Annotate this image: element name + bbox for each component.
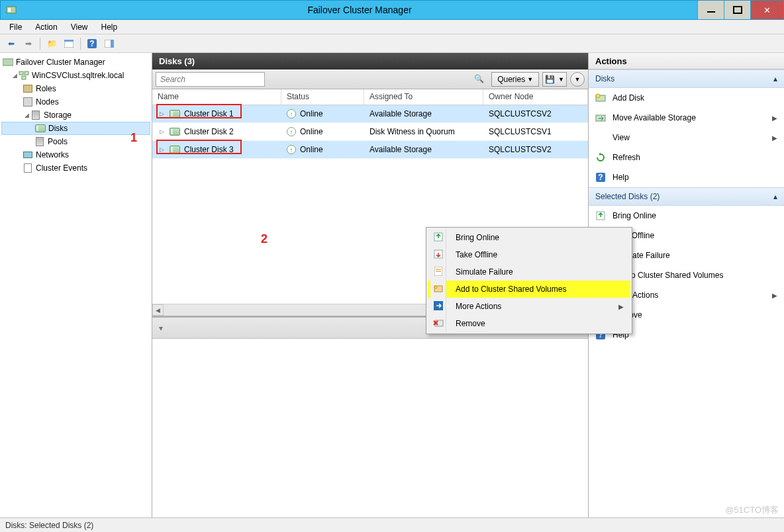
expander-icon[interactable]: ◢	[11, 72, 19, 79]
menu-view[interactable]: View	[66, 21, 93, 33]
action-move-storage[interactable]: Move Available Storage ▶	[589, 108, 784, 128]
menu-file[interactable]: File	[4, 21, 27, 33]
cell-owner: SQLCLUSTCSV2	[489, 109, 552, 118]
action-view[interactable]: View ▶	[589, 128, 784, 148]
svg-point-16	[434, 286, 437, 288]
cm-remove[interactable]: Remove	[428, 315, 630, 332]
submenu-arrow-icon: ▶	[772, 114, 777, 122]
menu-help[interactable]: Help	[96, 21, 123, 33]
tree-networks[interactable]: Networks	[1, 148, 150, 161]
toolbar-separator	[80, 38, 81, 50]
expander-icon[interactable]: ◢	[23, 112, 30, 118]
svg-point-22	[596, 94, 600, 98]
take-offline-icon	[434, 249, 443, 261]
col-name[interactable]: Name	[152, 89, 281, 105]
save-icon: 💾	[545, 75, 555, 84]
tree-cluster-label: WinCSVClust.sqltrek.local	[32, 71, 124, 80]
collapse-icon[interactable]: ▴	[773, 192, 777, 201]
help-icon: ?	[595, 172, 606, 183]
expand-search-button[interactable]: ▼	[570, 72, 585, 87]
svg-rect-5	[111, 40, 114, 48]
col-owner[interactable]: Owner Node	[483, 89, 588, 105]
action-refresh[interactable]: Refresh	[589, 148, 784, 167]
expander-icon[interactable]: ▷	[158, 128, 166, 135]
bring-online-icon	[595, 210, 606, 221]
toolbar-columns-button[interactable]	[62, 36, 76, 51]
menu-bar: File Action View Help	[0, 20, 784, 34]
tree-events-label: Cluster Events	[36, 163, 87, 173]
details-pane: ▾	[152, 316, 588, 517]
tree-disks[interactable]: Disks	[1, 122, 150, 135]
action-add-disk[interactable]: Add Disk	[589, 88, 784, 108]
maximize-button[interactable]	[724, 1, 750, 19]
cm-add-csv[interactable]: Add to Cluster Shared Volumes	[428, 281, 630, 298]
help-icon[interactable]: ?	[85, 36, 99, 51]
cell-name: Cluster Disk 1	[184, 109, 234, 118]
action-group-disks[interactable]: Disks ▴	[589, 69, 784, 88]
tree-roles-label: Roles	[36, 84, 56, 93]
svg-rect-6	[3, 59, 13, 66]
tree-roles[interactable]: Roles	[1, 82, 150, 95]
chevron-down-icon[interactable]: ▾	[159, 324, 163, 333]
navigation-tree: Failover Cluster Manager ◢ WinCSVClust.s…	[0, 53, 152, 517]
svg-rect-8	[24, 71, 28, 75]
minimize-button[interactable]	[697, 1, 724, 19]
online-icon	[287, 145, 296, 154]
action-bring-online[interactable]: Bring Online	[589, 206, 784, 226]
list-row[interactable]: ▷Cluster Disk 3 Online Available Storage…	[152, 141, 588, 159]
action-help[interactable]: ? Help	[589, 167, 784, 187]
cm-simulate-failure[interactable]: Simulate Failure	[428, 263, 630, 281]
search-icon[interactable]: 🔍	[474, 74, 484, 83]
search-input[interactable]	[156, 72, 265, 87]
menu-action[interactable]: Action	[30, 21, 62, 33]
disk-list: ▷Cluster Disk 1 Online Available Storage…	[152, 105, 588, 159]
cm-more-actions[interactable]: More Actions ▶	[428, 298, 630, 315]
nodes-icon	[23, 97, 33, 107]
tree-storage[interactable]: ◢ Storage	[1, 109, 150, 122]
toolbar-up-button[interactable]: 📁	[44, 36, 59, 51]
list-row[interactable]: ▷Cluster Disk 1 Online Available Storage…	[152, 105, 588, 123]
center-header: Disks (3)	[152, 53, 588, 69]
svg-rect-3	[64, 40, 74, 42]
tree-nodes[interactable]: Nodes	[1, 95, 150, 109]
cell-assigned: Available Storage	[369, 145, 432, 154]
nav-back-button[interactable]: ⬅	[4, 36, 19, 51]
expander-icon[interactable]: ▷	[158, 146, 166, 153]
nav-forward-button[interactable]: ➡	[21, 36, 36, 51]
cm-bring-online[interactable]: Bring Online	[428, 229, 630, 246]
view-icon	[595, 132, 606, 143]
online-icon	[287, 127, 296, 136]
disks-icon	[35, 123, 46, 134]
toolbar-separator	[40, 38, 40, 50]
context-menu: Bring Online Take Offline Simulate Failu…	[426, 227, 632, 334]
action-group-selected[interactable]: Selected Disks (2) ▴	[589, 187, 784, 206]
col-assigned[interactable]: Assigned To	[364, 89, 483, 105]
cm-label: More Actions	[452, 302, 613, 311]
tree-nodes-label: Nodes	[36, 97, 59, 107]
remove-icon	[433, 319, 444, 329]
scroll-left-button[interactable]: ◀	[152, 304, 164, 316]
center-panel: Disks (3) 🔍 Queries▼ 💾▼ ▼ Name Status As…	[152, 53, 589, 517]
tree-pools[interactable]: Pools	[1, 135, 150, 148]
action-label: Bring Online	[612, 211, 656, 220]
roles-icon	[23, 83, 33, 94]
tree-cluster[interactable]: ◢ WinCSVClust.sqltrek.local	[1, 69, 150, 82]
pools-icon	[34, 136, 45, 147]
cm-take-offline[interactable]: Take Offline	[428, 246, 630, 263]
close-button[interactable]	[750, 1, 783, 19]
expander-icon[interactable]: ▷	[158, 111, 166, 117]
cell-status: Online	[300, 145, 323, 154]
col-status[interactable]: Status	[281, 89, 364, 105]
group-label: Selected Disks (2)	[595, 192, 660, 201]
queries-dropdown[interactable]: Queries▼	[491, 72, 539, 87]
tree-root-label: Failover Cluster Manager	[16, 58, 105, 67]
queries-label: Queries	[497, 75, 525, 84]
tree-networks-label: Networks	[36, 150, 69, 159]
simulate-failure-icon	[434, 267, 442, 278]
save-query-button[interactable]: 💾▼	[542, 72, 567, 87]
tree-root[interactable]: Failover Cluster Manager	[1, 56, 150, 69]
tree-cluster-events[interactable]: Cluster Events	[1, 161, 150, 175]
collapse-icon[interactable]: ▴	[773, 74, 777, 83]
list-row[interactable]: ▷Cluster Disk 2 Online Disk Witness in Q…	[152, 123, 588, 141]
toolbar-pane-button[interactable]	[102, 36, 117, 51]
